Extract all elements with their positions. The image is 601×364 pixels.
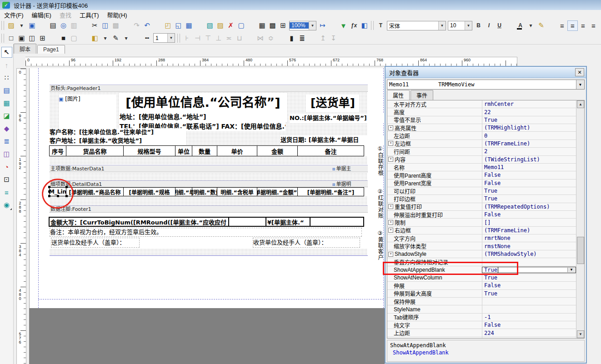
sep1[interactable] <box>48 33 58 43</box>
detail-cell[interactable]: 明细.“含税单 <box>217 187 257 196</box>
open-dropdown[interactable]: ▾ <box>16 20 27 31</box>
line-color-button[interactable]: ✎ <box>110 33 121 43</box>
dbfield-tool[interactable]: ▦ <box>1 98 12 109</box>
value-dropdown-icon[interactable]: ▼ <box>567 268 575 272</box>
property-value-cell[interactable]: True ▼ <box>482 195 576 202</box>
align-centers-button[interactable]: ⊣ <box>192 33 203 43</box>
space-vertical-button[interactable]: ≎ <box>265 33 276 43</box>
cut-button[interactable]: ✂ <box>90 20 100 31</box>
property-value-cell[interactable]: (TRMFrameLine) ▼ <box>482 337 576 339</box>
frame-horizontal-button[interactable]: ◫ <box>27 33 37 43</box>
table-header-cell[interactable]: 数量 <box>192 145 217 156</box>
size-same-height-button[interactable]: ≣ <box>297 33 307 43</box>
sep4[interactable] <box>245 33 255 43</box>
property-row[interactable]: + 文字方向 rmrtNone ▼ <box>387 234 584 242</box>
font-color-button[interactable]: A <box>515 20 526 31</box>
sep1[interactable] <box>37 20 48 31</box>
master-dataset-link[interactable]: ⧈ 单据主 <box>332 165 367 172</box>
chevron-down-icon[interactable]: ▼ <box>465 21 472 30</box>
menu-help[interactable]: 帮助(H) <box>103 10 131 20</box>
band-page-header[interactable]: 页标头:PageHeader1 <box>50 85 368 92</box>
menu-find[interactable]: 查找 <box>55 10 75 20</box>
new-page-button[interactable]: ▧ <box>205 20 215 31</box>
property-value-cell[interactable]: ▼ <box>482 298 576 305</box>
expand-icon[interactable]: + <box>388 204 393 209</box>
property-value-cell[interactable]: False ▼ <box>482 321 576 329</box>
band-master-data[interactable]: 主项数据:MasterData1 ⧈ 单据主 <box>50 165 368 172</box>
amount-cell[interactable] <box>310 217 364 227</box>
property-row[interactable]: + ShowAtNewColumn True ▼ <box>387 274 584 282</box>
property-row[interactable]: + 右边框 (TRMFrameLine) ▼ <box>387 227 584 234</box>
sep10[interactable] <box>599 20 601 31</box>
inspector-tab[interactable]: 属性 <box>387 90 410 100</box>
dbtools-tool[interactable]: ◉ <box>1 199 12 210</box>
databand-tool[interactable]: ≡ <box>1 187 12 198</box>
scroll-down-icon[interactable]: ▼ <box>577 330 584 338</box>
property-row[interactable]: + 限制 [] ▼ <box>387 219 584 226</box>
property-row[interactable]: + 使用Parent高度 False ▼ <box>387 171 584 179</box>
property-value-cell[interactable]: False ▼ <box>482 171 576 179</box>
doc-title-field[interactable]: [送货单] <box>306 95 360 113</box>
sep4[interactable] <box>152 20 163 31</box>
align-center-button[interactable]: ≡ <box>567 20 578 31</box>
property-value-cell[interactable]: True ▼ <box>482 274 576 281</box>
open-button[interactable]: ▨ <box>6 20 16 31</box>
tab-script[interactable]: 脚本 <box>14 44 36 54</box>
menu-edit[interactable]: 编辑(E) <box>28 10 55 20</box>
property-value-cell[interactable]: (TRMRepeatedOptions) ▼ <box>482 203 576 210</box>
align-left-button[interactable]: ≡ <box>557 20 567 31</box>
chevron-down-icon[interactable]: ▼ <box>438 21 446 30</box>
toolbar-grip[interactable] <box>1 21 4 30</box>
save-button[interactable]: ▣ <box>27 20 37 31</box>
amount-cell[interactable]: 金额大写：[CurrToBigNum([RMRound([单据主体.“应收应付 <box>49 217 229 227</box>
property-row[interactable]: + 打印边框 True ▼ <box>387 195 584 203</box>
property-row[interactable]: + 上边距 224 ▼ <box>387 329 584 337</box>
richtext-tool[interactable]: ≣ <box>1 136 12 147</box>
sep3[interactable] <box>121 20 131 31</box>
expand-icon[interactable]: + <box>388 338 393 339</box>
frame-none-button[interactable]: ▢ <box>69 33 79 43</box>
property-row[interactable]: + 使用Parent宽度 False ▼ <box>387 180 584 187</box>
nudge-down-button[interactable]: ↧ <box>328 33 339 43</box>
detail-dataset-link[interactable]: ⧈ 单据明 <box>332 181 367 188</box>
ole-tool[interactable]: ⊡ <box>1 174 12 185</box>
property-value-cell[interactable]: Memo11 ▼ <box>482 164 576 171</box>
table-header-cell[interactable]: 货品名称 <box>66 145 124 156</box>
help-link[interactable]: ShowAtAppendBlank <box>390 349 581 356</box>
print-button[interactable]: ▤ <box>48 20 58 31</box>
sep6[interactable] <box>307 33 318 43</box>
property-row[interactable]: + 伸展 False ▼ <box>387 282 584 289</box>
expand-icon[interactable]: + <box>388 252 393 257</box>
bold-button[interactable]: B <box>473 20 484 31</box>
scroll-up-icon[interactable]: ▲ <box>577 100 584 108</box>
sep8[interactable] <box>505 20 515 31</box>
memo-tool[interactable]: ▤ <box>1 85 12 96</box>
font-name-select[interactable]: 宋体 ▼ <box>387 21 446 30</box>
property-value-cell[interactable]: True ▼ <box>482 290 576 297</box>
chart-tool[interactable]: ◔ <box>1 161 12 172</box>
property-scrollbar[interactable]: ▲ ▼ <box>576 100 584 338</box>
customer-box[interactable]: 客户名称：[往来单位信息.“往来单位”] 客户地址：[单据主体.“收货地址”] <box>50 128 186 145</box>
sep5[interactable] <box>276 33 286 43</box>
frame-box-button[interactable]: ▣ <box>16 33 27 43</box>
line-style-button[interactable]: ╍ <box>142 33 152 43</box>
dialog-form-button[interactable]: ◧ <box>359 20 370 31</box>
redo-button[interactable]: ↷ <box>131 20 142 31</box>
customer-name-field[interactable]: 客户名称：[往来单位信息.“往来单位”] <box>50 128 186 137</box>
property-value-cell[interactable]: False ▼ <box>482 211 576 218</box>
table-header-cell[interactable]: 单价 <box>217 145 257 156</box>
sep2[interactable] <box>79 20 90 31</box>
table-header-cell[interactable]: 单位 <box>175 145 192 156</box>
property-value-cell[interactable]: (TWideStringList) ▼ <box>482 156 576 163</box>
frame-all-button[interactable]: □ <box>6 33 16 43</box>
expression-fx-button[interactable]: ƒx <box>349 20 359 31</box>
nudge-up-button[interactable]: ↥ <box>318 33 328 43</box>
property-row[interactable]: + 行间距 2 ▼ <box>387 148 584 155</box>
toolbar-grip[interactable] <box>177 34 180 43</box>
property-row[interactable]: + 左边距 0 ▼ <box>387 132 584 140</box>
property-value-cell[interactable]: (TRMHighlight) ▼ <box>482 124 576 131</box>
object-list-button[interactable]: ▦ <box>184 20 194 31</box>
receiver-sign-field[interactable]: 收货单位及经手人（盖章）： <box>253 238 360 248</box>
copy-button[interactable]: ◫ <box>100 20 110 31</box>
font-size-select[interactable]: 10 ▼ <box>448 21 472 30</box>
